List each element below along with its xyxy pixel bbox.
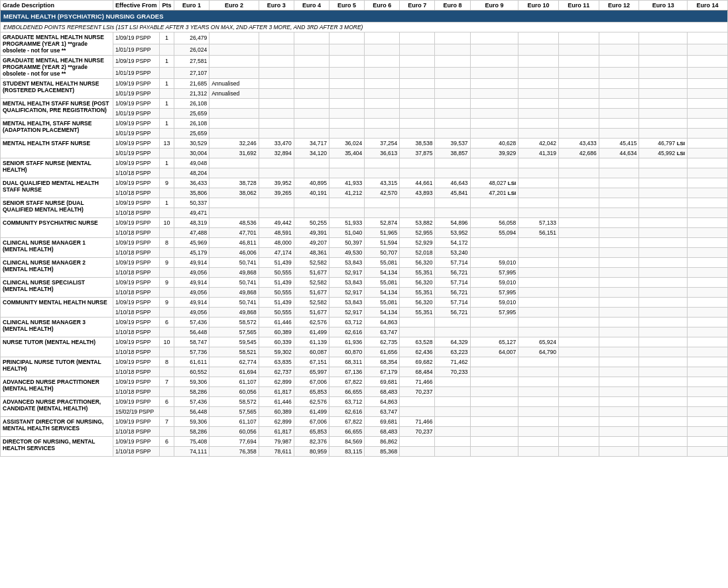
value-cell: 53,843 — [329, 258, 364, 268]
value-cell: 30,529 — [174, 139, 210, 148]
value-cell — [688, 109, 728, 119]
value-cell — [599, 178, 639, 188]
value-cell — [558, 248, 599, 258]
effective-from-cell: 1/09/19 PSPP — [113, 337, 160, 347]
value-cell — [329, 208, 364, 218]
value-cell: 63,712 — [329, 397, 364, 407]
value-cell: 67,179 — [365, 367, 400, 377]
value-cell — [365, 79, 400, 89]
value-cell: 49,868 — [210, 268, 259, 278]
effective-from-cell: 1/09/19 PSPP — [113, 218, 160, 228]
value-cell — [639, 119, 688, 129]
value-cell: 49,914 — [174, 278, 210, 288]
value-cell: 64,790 — [518, 347, 559, 357]
pts-cell — [160, 288, 174, 298]
value-cell: 61,499 — [294, 327, 329, 337]
value-cell — [435, 327, 470, 337]
effective-from-cell: 1/09/19 PSPP — [113, 417, 160, 427]
value-cell: 35,404 — [329, 148, 364, 158]
value-cell — [599, 109, 639, 119]
value-cell: 39,265 — [259, 188, 294, 198]
value-cell — [688, 198, 728, 208]
value-cell: 49,056 — [174, 288, 210, 298]
value-cell: 62,576 — [294, 318, 329, 327]
value-cell — [518, 119, 559, 129]
value-cell: 57,436 — [174, 397, 210, 407]
value-cell — [558, 198, 599, 208]
value-cell — [599, 168, 639, 178]
value-cell: 63,712 — [329, 318, 364, 327]
value-cell — [518, 308, 559, 318]
value-cell — [558, 168, 599, 178]
value-cell: 45,179 — [174, 248, 210, 258]
value-cell — [518, 327, 559, 337]
value-cell — [688, 447, 728, 457]
value-cell: 36,433 — [174, 178, 210, 188]
value-cell — [639, 258, 688, 268]
table-row: ADVANCED NURSE PRACTITIONER, CANDIDATE (… — [1, 397, 728, 407]
value-cell: 67,006 — [294, 417, 329, 427]
value-cell — [210, 56, 259, 68]
value-cell — [400, 318, 435, 327]
value-cell: 49,207 — [294, 238, 329, 248]
value-cell: 63,747 — [365, 407, 400, 417]
value-cell: 66,655 — [329, 387, 364, 397]
effective-from-cell: 1/09/19 PSPP — [113, 178, 160, 188]
value-cell: 61,107 — [210, 377, 259, 387]
value-cell — [365, 119, 400, 129]
value-cell: 61,817 — [259, 427, 294, 437]
value-cell — [688, 377, 728, 387]
value-cell — [639, 168, 688, 178]
value-cell: 45,992 LSI — [639, 148, 688, 158]
value-cell: 62,616 — [329, 327, 364, 337]
value-cell — [639, 327, 688, 337]
effective-from-cell: 1/10/18 PSPP — [113, 427, 160, 437]
grade-name-cell: ADVANCED NURSE PRACTITIONER (MENTAL HEAL… — [1, 377, 113, 397]
value-cell: 34,120 — [294, 148, 329, 158]
value-cell: 54,896 — [435, 218, 470, 228]
value-cell — [518, 158, 559, 168]
value-cell: 57,995 — [470, 308, 518, 318]
table-row: COMMUNITY MENTAL HEALTH NURSE1/09/19 PSP… — [1, 298, 728, 308]
value-cell — [518, 168, 559, 178]
value-cell — [259, 109, 294, 119]
value-cell — [470, 89, 518, 99]
value-cell — [210, 208, 259, 218]
value-cell — [365, 109, 400, 119]
value-cell: 48,591 — [259, 228, 294, 238]
value-cell — [599, 337, 639, 347]
value-cell — [400, 168, 435, 178]
table-row: MENTAL HEALTH STAFF NURSE1/09/19 PSPP133… — [1, 139, 728, 148]
value-cell — [599, 447, 639, 457]
euro9-header: Euro 9 — [470, 1, 518, 11]
value-cell — [518, 447, 559, 457]
value-cell — [599, 208, 639, 218]
value-cell — [688, 288, 728, 298]
value-cell — [470, 417, 518, 427]
value-cell: 56,058 — [470, 218, 518, 228]
value-cell: 59,545 — [210, 337, 259, 347]
value-cell — [639, 278, 688, 288]
value-cell: 70,237 — [400, 427, 435, 437]
value-cell — [400, 44, 435, 56]
value-cell — [688, 437, 728, 447]
value-cell — [470, 99, 518, 109]
value-cell — [558, 89, 599, 99]
value-cell — [518, 129, 559, 139]
value-cell — [470, 248, 518, 258]
value-cell: 49,530 — [329, 248, 364, 258]
table-row: ASSISTANT DIRECTOR OF NURSING, MENTAL HE… — [1, 417, 728, 427]
value-cell — [599, 238, 639, 248]
value-cell — [599, 99, 639, 109]
value-cell — [599, 298, 639, 308]
value-cell — [435, 198, 470, 208]
value-cell — [688, 129, 728, 139]
value-cell — [688, 119, 728, 129]
value-cell — [518, 278, 559, 288]
value-cell — [518, 89, 559, 99]
value-cell: 48,536 — [210, 218, 259, 228]
value-cell: 50,741 — [210, 298, 259, 308]
value-cell — [688, 67, 728, 79]
value-cell — [558, 377, 599, 387]
value-cell: 68,311 — [329, 357, 364, 367]
